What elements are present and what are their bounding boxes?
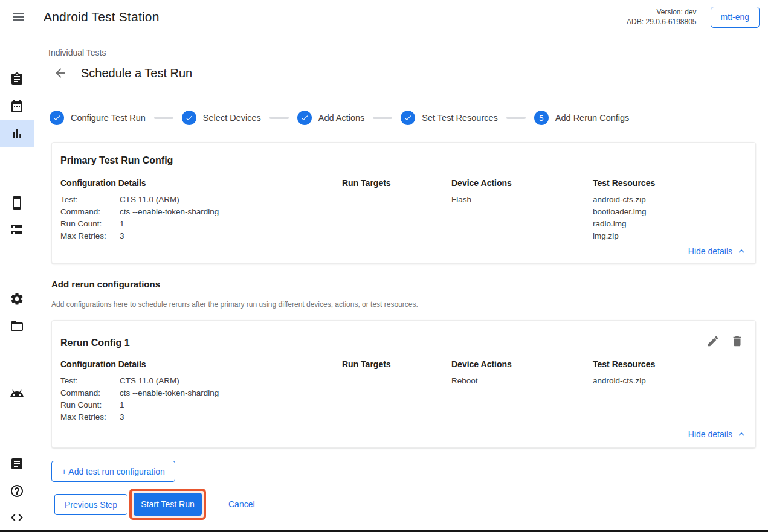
sidebar-item-dev-tools[interactable] xyxy=(0,504,34,531)
help-icon xyxy=(10,484,24,498)
sidebar-item-hosts[interactable] xyxy=(0,217,34,243)
version-info: Version: dev ADB: 29.0.6-6198805 xyxy=(627,7,696,27)
sidebar-item-test-plans[interactable] xyxy=(0,66,34,92)
configuration-details: Test:CTS 11.0 (ARM) Command:cts --enable… xyxy=(60,375,219,423)
adb-version-line: ADB: 29.0.6-6198805 xyxy=(627,17,696,27)
step-separator xyxy=(154,117,173,119)
detail-value-test: CTS 11.0 (ARM) xyxy=(120,375,179,387)
delete-rerun-config-button[interactable] xyxy=(725,329,749,353)
sidebar-item-schedule[interactable] xyxy=(0,93,34,120)
document-icon xyxy=(10,457,24,471)
detail-label-max-retries: Max Retries: xyxy=(60,411,120,423)
smartphone-icon xyxy=(10,196,24,210)
test-resource-item: img.zip xyxy=(593,230,647,242)
column-header-device-actions: Device Actions xyxy=(451,359,512,369)
sidebar-item-test-runs[interactable] xyxy=(0,120,34,147)
step-add-rerun-configs[interactable]: 5 Add Rerun Configs xyxy=(534,111,630,125)
annotation-highlight-box: Start Test Run xyxy=(129,489,206,520)
pencil-icon xyxy=(706,335,720,348)
gear-icon xyxy=(10,292,24,306)
device-actions-value: Flash xyxy=(451,194,471,206)
step-set-test-resources[interactable]: Set Test Resources xyxy=(401,111,497,125)
test-resource-item: android-cts.zip xyxy=(593,194,647,206)
test-resource-item: radio.img xyxy=(593,218,647,230)
detail-label-test: Test: xyxy=(60,375,120,387)
folder-icon xyxy=(10,319,24,333)
step-separator xyxy=(373,117,392,119)
trash-icon xyxy=(731,335,744,348)
detail-value-test: CTS 11.0 (ARM) xyxy=(120,194,179,206)
step-configure-test-run[interactable]: Configure Test Run xyxy=(50,111,146,125)
hamburger-menu-button[interactable] xyxy=(6,5,30,29)
cancel-link[interactable]: Cancel xyxy=(228,494,255,515)
step-label: Configure Test Run xyxy=(71,113,146,123)
rerun-section-description: Add configurations here to schedule reru… xyxy=(51,300,418,309)
bar-chart-icon xyxy=(10,126,24,141)
column-header-run-targets: Run Targets xyxy=(342,178,391,188)
card-title: Rerun Config 1 xyxy=(60,338,130,348)
card-title: Primary Test Run Config xyxy=(60,155,173,166)
app-title: Android Test Station xyxy=(44,10,160,24)
rerun-config-card: Rerun Config 1 Configuration Details Run… xyxy=(51,320,756,448)
step-label: Add Rerun Configs xyxy=(555,113,630,123)
host-button[interactable]: mtt-eng xyxy=(711,7,760,28)
step-separator xyxy=(269,117,289,119)
test-resource-item: bootloader.img xyxy=(593,206,647,218)
column-header-run-targets: Run Targets xyxy=(342,359,391,369)
add-test-run-configuration-button[interactable]: + Add test run configuration xyxy=(51,461,175,482)
detail-value-command: cts --enable-token-sharding xyxy=(120,387,219,399)
back-arrow-icon xyxy=(53,66,68,80)
column-header-test-resources: Test Resources xyxy=(593,178,655,188)
back-button[interactable] xyxy=(48,61,73,85)
step-select-devices[interactable]: Select Devices xyxy=(182,111,261,125)
test-resources-list: android-cts.zip bootloader.img radio.img… xyxy=(593,194,647,242)
calendar-icon xyxy=(10,99,24,114)
sidebar-item-settings[interactable] xyxy=(0,286,34,312)
detail-value-command: cts --enable-token-sharding xyxy=(120,206,219,218)
column-header-configuration-details: Configuration Details xyxy=(60,359,146,369)
step-label: Add Actions xyxy=(318,113,365,123)
storage-icon xyxy=(10,223,24,237)
clipboard-icon xyxy=(10,72,24,86)
detail-label-run-count: Run Count: xyxy=(60,399,120,411)
sidebar-item-android[interactable] xyxy=(0,380,34,407)
test-resource-item: android-cts.zip xyxy=(593,375,646,387)
app-header: Android Test Station Version: dev ADB: 2… xyxy=(0,0,768,34)
step-done-icon xyxy=(50,111,64,125)
detail-value-max-retries: 3 xyxy=(120,411,124,423)
code-icon xyxy=(10,510,24,525)
primary-test-run-config-card: Primary Test Run Config Configuration De… xyxy=(51,142,756,264)
previous-step-button[interactable]: Previous Step xyxy=(54,494,127,515)
chevron-up-icon xyxy=(736,246,747,257)
start-test-run-button[interactable]: Start Test Run xyxy=(134,493,202,516)
step-label: Select Devices xyxy=(203,113,261,123)
step-separator xyxy=(506,117,526,119)
step-add-actions[interactable]: Add Actions xyxy=(297,111,365,125)
main-content: Individual Tests Schedule a Test Run Con… xyxy=(34,34,768,532)
page-title: Schedule a Test Run xyxy=(81,66,192,80)
sidebar-item-docs[interactable] xyxy=(0,450,34,477)
hide-details-link[interactable]: Hide details xyxy=(688,246,747,257)
detail-value-run-count: 1 xyxy=(120,218,124,230)
step-number-badge: 5 xyxy=(534,111,549,125)
detail-label-command: Command: xyxy=(60,206,120,218)
test-resources-list: android-cts.zip xyxy=(593,375,646,387)
detail-label-command: Command: xyxy=(60,387,120,399)
bottom-window-edge xyxy=(0,530,768,532)
column-header-configuration-details: Configuration Details xyxy=(60,178,146,188)
android-icon xyxy=(10,386,24,401)
step-done-icon xyxy=(401,111,415,125)
hamburger-icon xyxy=(11,10,25,24)
sidebar-item-help[interactable] xyxy=(0,478,34,504)
sidebar-item-file-browser[interactable] xyxy=(0,313,34,339)
sidebar-item-devices[interactable] xyxy=(0,190,34,216)
chevron-up-icon xyxy=(736,429,747,440)
edit-rerun-config-button[interactable] xyxy=(701,329,725,353)
detail-label-run-count: Run Count: xyxy=(60,218,120,230)
breadcrumb: Individual Tests xyxy=(48,48,106,57)
hide-details-link[interactable]: Hide details xyxy=(688,429,747,440)
device-actions-value: Reboot xyxy=(451,375,478,387)
rerun-section-title: Add rerun configurations xyxy=(51,279,160,289)
configuration-details: Test:CTS 11.0 (ARM) Command:cts --enable… xyxy=(60,194,219,242)
hide-details-label: Hide details xyxy=(688,246,732,256)
